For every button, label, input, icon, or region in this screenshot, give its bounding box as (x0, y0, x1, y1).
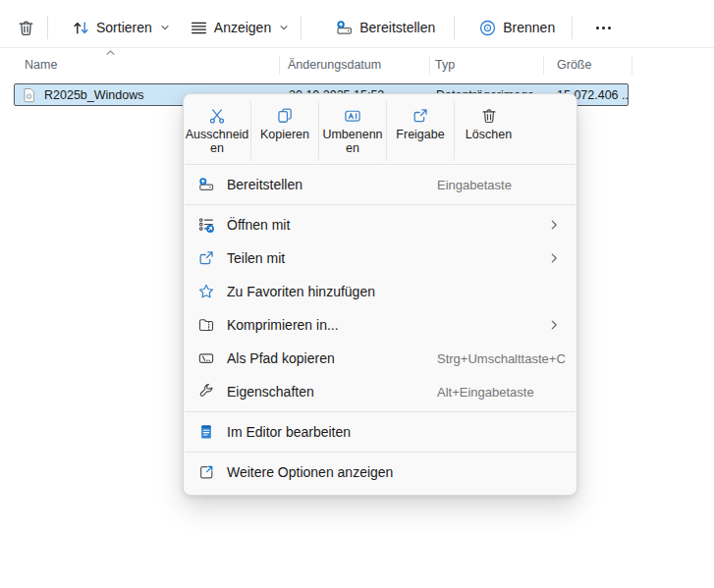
burn-button-label: Brennen (503, 20, 555, 35)
star-icon (197, 283, 215, 300)
column-divider (632, 56, 632, 75)
menu-item-open-with[interactable]: Öffnen mit (188, 208, 573, 241)
view-lines-icon (190, 19, 208, 37)
chevron-down-icon (279, 23, 289, 32)
open-with-icon (197, 216, 215, 234)
menu-item-label: Öffnen mit (227, 217, 290, 233)
column-header-size[interactable]: Größe (557, 58, 591, 72)
menu-separator (185, 164, 576, 165)
trash-icon (17, 19, 35, 37)
share-icon (412, 107, 429, 125)
menu-separator (185, 452, 576, 453)
sort-button-label: Sortieren (96, 20, 152, 35)
menu-item-copy-as-path[interactable]: Als Pfad kopieren Strg+Umschalttaste+C (188, 342, 573, 375)
chevron-right-icon (547, 218, 561, 232)
menu-item-label: Weitere Optionen anzeigen (227, 464, 393, 480)
wrench-icon (197, 383, 215, 401)
toolbar: Sortieren Anzeigen (0, 0, 714, 48)
rename-label: Umbenennen (319, 128, 386, 155)
menu-item-add-to-favorites[interactable]: Zu Favoriten hinzufügen (188, 275, 573, 308)
menu-item-label: Zu Favoriten hinzufügen (227, 284, 375, 299)
menu-item-mount[interactable]: Bereitstellen Eingabetaste (188, 168, 573, 201)
menu-item-compress-to[interactable]: Komprimieren in... (188, 308, 573, 342)
more-options-button[interactable] (583, 11, 624, 44)
copy-icon (276, 107, 294, 125)
menu-item-show-more-options[interactable]: Weitere Optionen anzeigen (188, 455, 573, 489)
explorer-window: Sortieren Anzeigen (0, 0, 714, 588)
rename-icon (344, 107, 361, 125)
context-menu: Ausschneiden Kopieren (183, 93, 577, 496)
mount-button-label: Bereitstellen (359, 20, 435, 35)
mount-button[interactable]: Bereitstellen (328, 11, 442, 44)
folder-zip-icon (197, 316, 215, 334)
rename-button[interactable]: Umbenennen (319, 100, 387, 161)
column-header-name[interactable]: Name (25, 58, 57, 72)
column-divider (429, 56, 430, 75)
copy-path-icon (197, 349, 215, 367)
menu-separator (185, 411, 576, 412)
chevron-down-icon (160, 23, 170, 32)
trash-icon (480, 107, 498, 125)
menu-item-properties[interactable]: Eigenschaften Alt+Eingabetaste (188, 375, 573, 408)
view-button-label: Anzeigen (214, 20, 271, 35)
delete-button[interactable] (10, 11, 42, 44)
menu-item-shortcut: Strg+Umschalttaste+C (437, 351, 566, 366)
view-button[interactable]: Anzeigen (183, 11, 296, 44)
column-header-type[interactable]: Typ (435, 58, 455, 72)
menu-item-label: Teilen mit (227, 250, 285, 266)
menu-item-label: Bereitstellen (227, 177, 302, 192)
column-divider (543, 56, 544, 75)
file-name: R2025b_Windows (44, 88, 143, 102)
burn-button[interactable]: Brennen (471, 11, 562, 44)
toolbar-divider (454, 16, 455, 39)
expand-icon (197, 463, 215, 481)
share-label: Freigabe (396, 128, 444, 141)
notepad-icon (197, 423, 215, 441)
sort-arrows-icon (72, 19, 90, 37)
cut-button[interactable]: Ausschneiden (184, 100, 251, 161)
delete-button[interactable]: Löschen (455, 100, 522, 161)
more-icon (590, 27, 617, 29)
chevron-right-icon (547, 318, 561, 332)
cut-label: Ausschneiden (184, 128, 250, 155)
share-icon (197, 249, 215, 267)
column-divider (279, 56, 280, 75)
context-menu-icon-bar: Ausschneiden Kopieren (184, 98, 577, 161)
scissors-icon (208, 107, 226, 125)
copy-button[interactable]: Kopieren (251, 100, 319, 161)
mount-icon (335, 20, 354, 36)
chevron-right-icon (547, 251, 561, 265)
menu-item-label: Im Editor bearbeiten (227, 424, 351, 440)
toolbar-divider (47, 16, 48, 39)
toolbar-divider (301, 16, 302, 39)
share-button[interactable]: Freigabe (387, 100, 455, 161)
menu-item-label: Komprimieren in... (227, 317, 339, 333)
burn-disc-icon (478, 19, 497, 37)
disc-image-file-icon (22, 87, 36, 103)
delete-label: Löschen (466, 128, 512, 141)
menu-item-edit-in-notepad[interactable]: Im Editor bearbeiten (188, 415, 573, 449)
toolbar-divider (572, 16, 573, 39)
sort-ascending-icon (104, 48, 117, 57)
menu-item-label: Eigenschaften (227, 384, 314, 400)
menu-item-share-with[interactable]: Teilen mit (188, 241, 573, 275)
copy-label: Kopieren (260, 128, 309, 141)
column-header-modified[interactable]: Änderungsdatum (288, 58, 381, 72)
mount-icon (197, 176, 215, 193)
menu-item-label: Als Pfad kopieren (227, 350, 335, 366)
column-headers: Name Änderungsdatum Typ Größe (0, 54, 714, 78)
sort-button[interactable]: Sortieren (65, 11, 177, 44)
menu-item-shortcut: Alt+Eingabetaste (437, 385, 534, 400)
menu-separator (185, 204, 576, 205)
menu-item-shortcut: Eingabetaste (437, 178, 512, 192)
